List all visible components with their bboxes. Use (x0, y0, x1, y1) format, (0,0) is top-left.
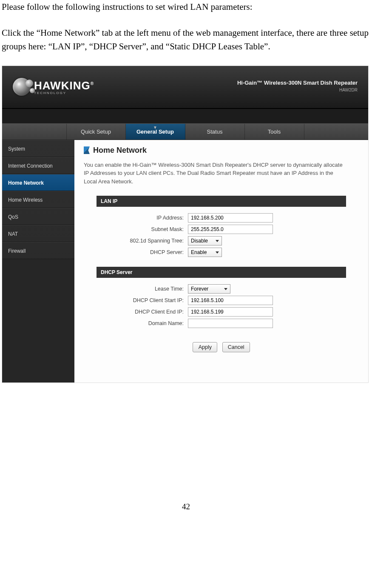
header-spacer (2, 108, 368, 124)
brand-name: HAWKING® (34, 79, 94, 92)
input-dhcp-start-ip[interactable] (188, 296, 273, 305)
main-content: Home Network You can enable the Hi-Gain™… (74, 140, 368, 382)
brand-reg-symbol: ® (91, 81, 94, 86)
router-admin-screenshot: HAWKING® TECHNOLOGY Hi-Gain™ Wireless-30… (2, 66, 369, 383)
chevron-down-icon (224, 288, 227, 290)
label-subnet-mask: Subnet Mask: (97, 226, 188, 232)
select-spanning-tree-value: Disable (191, 238, 208, 244)
page-title: Home Network (93, 146, 147, 155)
tab-tools[interactable]: Tools (245, 124, 304, 140)
select-lease-time-value: Forever (191, 286, 208, 292)
brand-main-text: HAWKING (34, 79, 91, 92)
sidebar-item-home-network[interactable]: Home Network (2, 174, 74, 191)
brand-mark-icon (13, 78, 31, 96)
select-spanning-tree[interactable]: Disable (188, 236, 222, 245)
select-dhcp-server[interactable]: Enable (188, 248, 222, 257)
select-dhcp-server-value: Enable (191, 249, 207, 255)
top-nav: Quick Setup General Setup Status Tools (2, 124, 368, 140)
sidebar-item-system[interactable]: System (2, 140, 74, 157)
label-ip-address: IP Address: (97, 215, 188, 221)
app-header: HAWKING® TECHNOLOGY Hi-Gain™ Wireless-30… (2, 66, 368, 108)
tab-status[interactable]: Status (185, 124, 245, 140)
sidebar-item-internet-connection[interactable]: Internet Connection (2, 157, 74, 174)
flag-icon (84, 146, 90, 154)
sidebar: System Internet Connection Home Network … (2, 140, 74, 382)
page-description: You can enable the Hi-Gain™ Wireless-300… (84, 161, 347, 186)
product-model: HAW2DR (237, 88, 358, 92)
sidebar-item-qos[interactable]: QoS (2, 208, 74, 225)
label-dhcp-server: DHCP Server: (97, 249, 188, 255)
page-number: 42 (2, 502, 370, 511)
select-lease-time[interactable]: Forever (188, 284, 230, 294)
tab-quick-setup[interactable]: Quick Setup (66, 124, 126, 140)
label-lease-time: Lease Time: (97, 286, 188, 292)
sidebar-item-home-wireless[interactable]: Home Wireless (2, 191, 74, 208)
label-dhcp-start-ip: DHCP Client Start IP: (97, 297, 188, 303)
page-title-row: Home Network (84, 146, 359, 155)
apply-button[interactable]: Apply (193, 342, 217, 352)
label-domain-name: Domain Name: (97, 320, 188, 326)
section-header-lan-ip: LAN IP (97, 196, 346, 207)
label-spanning-tree: 802.1d Spanning Tree: (97, 238, 188, 244)
input-ip-address[interactable] (188, 213, 273, 223)
header-product-info: Hi-Gain™ Wireless-300N Smart Dish Repeat… (237, 80, 358, 92)
label-dhcp-end-ip: DHCP Client End IP: (97, 309, 188, 315)
doc-paragraph-2: Click the “Home Network” tab at the left… (2, 26, 370, 54)
cancel-button[interactable]: Cancel (222, 342, 250, 352)
input-dhcp-end-ip[interactable] (188, 307, 273, 317)
tab-general-setup[interactable]: General Setup (126, 124, 185, 140)
sidebar-item-nat[interactable]: NAT (2, 225, 74, 242)
chevron-down-icon (216, 251, 219, 254)
sidebar-item-firewall[interactable]: Firewall (2, 242, 74, 259)
input-domain-name[interactable] (188, 319, 273, 328)
input-subnet-mask[interactable] (188, 225, 273, 234)
doc-paragraph-1: Please follow the following instructions… (2, 0, 370, 14)
button-row: Apply Cancel (84, 338, 359, 355)
product-name: Hi-Gain™ Wireless-300N Smart Dish Repeat… (237, 80, 358, 86)
brand-logo: HAWKING® TECHNOLOGY (2, 78, 94, 96)
section-header-dhcp-server: DHCP Server (97, 267, 346, 278)
chevron-down-icon (216, 240, 219, 242)
